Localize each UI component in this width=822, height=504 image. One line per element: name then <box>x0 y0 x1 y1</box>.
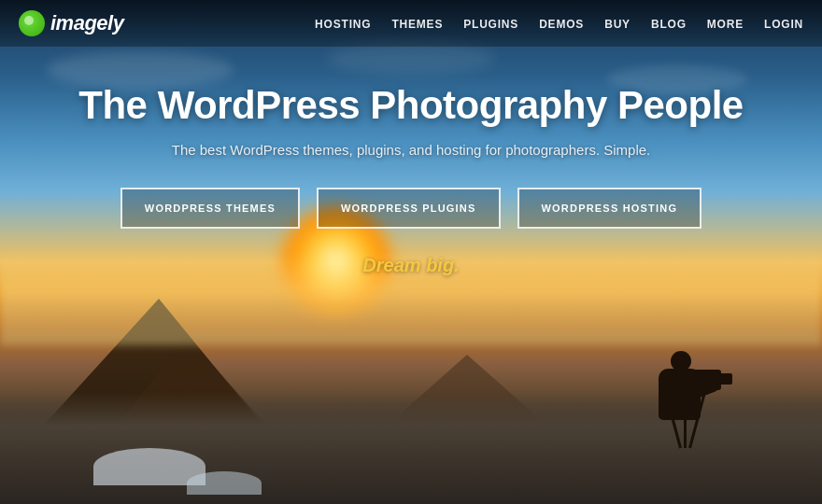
nav-item-hosting[interactable]: HOSTING <box>315 18 371 31</box>
hosting-btn[interactable]: WORDPRESS HOSTING <box>517 188 702 229</box>
nav-links: HOSTINGTHEMESPLUGINSDEMOSBUYBLOGMORELOGI… <box>315 15 803 32</box>
logo-icon <box>19 10 45 36</box>
nav-item-demos[interactable]: DEMOS <box>539 18 584 31</box>
nav-item-login[interactable]: LOGIN <box>764 18 803 31</box>
logo-text: imagely <box>50 11 123 35</box>
logo-link[interactable]: imagely <box>19 10 123 36</box>
navbar: imagely HOSTINGTHEMESPLUGINSDEMOSBUYBLOG… <box>0 0 822 47</box>
hero-title: The WordPress Photography People <box>37 84 785 127</box>
camera <box>688 370 721 390</box>
cta-buttons: WORDPRESS THEMESWORDPRESS PLUGINSWORDPRE… <box>37 188 785 229</box>
photographer-silhouette <box>616 317 729 448</box>
nav-item-blog[interactable]: BLOG <box>651 18 687 31</box>
nav-item-themes[interactable]: THEMES <box>391 18 443 31</box>
nav-item-plugins[interactable]: PLUGINS <box>463 18 518 31</box>
cloud-decoration-3 <box>327 42 495 75</box>
dream-text: Dream big. <box>37 255 785 276</box>
hero-section: imagely HOSTINGTHEMESPLUGINSDEMOSBUYBLOG… <box>0 0 822 504</box>
nav-item-buy[interactable]: BUY <box>604 18 631 31</box>
plugins-btn[interactable]: WORDPRESS PLUGINS <box>317 188 500 229</box>
nav-item-more[interactable]: MORE <box>707 18 744 31</box>
themes-btn[interactable]: WORDPRESS THEMES <box>120 188 300 229</box>
tripod-mid <box>684 383 687 448</box>
hero-content: The WordPress Photography People The bes… <box>0 84 822 276</box>
hero-subtitle: The best WordPress themes, plugins, and … <box>37 142 785 158</box>
